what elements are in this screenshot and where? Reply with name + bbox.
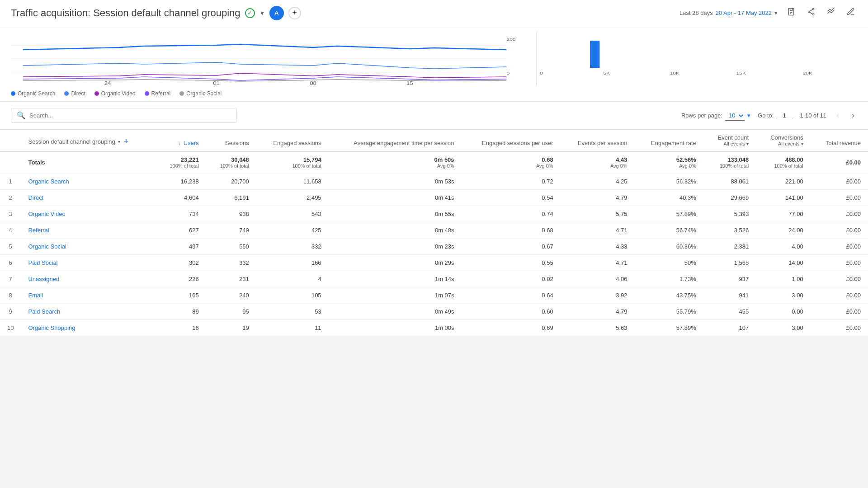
row-events-per-session: 4.79 <box>561 304 635 320</box>
row-engagement-rate: 50% <box>635 255 703 271</box>
row-events-per-session: 5.63 <box>561 320 635 336</box>
col-total-revenue[interactable]: Total revenue <box>811 130 868 151</box>
row-total-revenue: £0.00 <box>811 304 868 320</box>
legend-organic-video: Organic Video <box>94 90 136 97</box>
row-channel[interactable]: Direct <box>21 190 156 206</box>
row-idx: 10 <box>0 320 21 336</box>
top-bar-left: Traffic acquisition: Session default cha… <box>11 6 301 20</box>
row-avg-engagement-time: 0m 55s <box>329 206 462 222</box>
col-dimension[interactable]: Session default channel grouping ▾ + <box>21 130 156 151</box>
row-engagement-rate: 56.74% <box>635 222 703 239</box>
col-users[interactable]: ↓ Users <box>156 130 206 151</box>
goto-input[interactable] <box>776 112 793 119</box>
row-users: 226 <box>156 271 206 287</box>
totals-users: 23,221 100% of total <box>156 151 206 174</box>
save-report-button[interactable] <box>785 5 797 20</box>
row-channel[interactable]: Organic Social <box>21 239 156 255</box>
row-channel[interactable]: Organic Video <box>21 206 156 222</box>
row-conversions: 0.00 <box>756 304 811 320</box>
row-conversions: 141.00 <box>756 190 811 206</box>
row-channel[interactable]: Organic Search <box>21 174 156 190</box>
row-channel[interactable]: Paid Search <box>21 304 156 320</box>
col-conversions[interactable]: Conversions All events ▾ <box>756 130 811 151</box>
next-page-button[interactable]: › <box>849 110 857 121</box>
row-conversions: 221.00 <box>756 174 811 190</box>
legend-label-direct: Direct <box>71 90 85 97</box>
table-row: 5 Organic Social 497 550 332 0m 23s 0.67… <box>0 239 868 255</box>
main-content: 🔍 Rows per page: 10 25 50 ▾ Go to: 1-10 … <box>0 102 868 336</box>
row-events-per-session: 4.71 <box>561 222 635 239</box>
table-row: 7 Unassigned 226 231 4 1m 14s 0.02 4.06 … <box>0 271 868 287</box>
row-sessions: 19 <box>206 320 256 336</box>
row-avg-engagement-time: 0m 53s <box>329 174 462 190</box>
col-event-count-sub[interactable]: All events ▾ <box>711 141 749 146</box>
col-engaged-sessions-per-user[interactable]: Engaged sessions per user <box>462 130 561 151</box>
col-event-count[interactable]: Event count All events ▾ <box>703 130 756 151</box>
row-engagement-rate: 55.79% <box>635 304 703 320</box>
title-dropdown-button[interactable]: ▾ <box>259 8 265 18</box>
legend-organic-search: Organic Search <box>11 90 55 97</box>
row-channel[interactable]: Unassigned <box>21 271 156 287</box>
legend-referral: Referral <box>145 90 171 97</box>
svg-text:08: 08 <box>310 81 316 86</box>
edit-button[interactable] <box>844 5 857 20</box>
row-engaged-sessions: 2,495 <box>256 190 329 206</box>
share-button[interactable] <box>805 5 817 20</box>
row-avg-engagement-time: 0m 41s <box>329 190 462 206</box>
row-avg-engagement-time: 0m 23s <box>329 239 462 255</box>
row-avg-engagement-time: 0m 29s <box>329 255 462 271</box>
col-conversions-sub[interactable]: All events ▾ <box>763 141 803 146</box>
col-engagement-rate[interactable]: Engagement rate <box>635 130 703 151</box>
add-comparison-button[interactable]: + <box>288 7 301 19</box>
totals-engagement-rate: 52.56% Avg 0% <box>635 151 703 174</box>
add-column-button[interactable]: + <box>122 137 131 146</box>
totals-idx <box>0 151 21 174</box>
row-idx: 4 <box>0 222 21 239</box>
row-channel[interactable]: Referral <box>21 222 156 239</box>
dimension-dropdown-icon[interactable]: ▾ <box>118 139 120 144</box>
table-row: 3 Organic Video 734 938 543 0m 55s 0.74 … <box>0 206 868 222</box>
totals-row: Totals 23,221 100% of total 30,048 100% … <box>0 151 868 174</box>
avatar: A <box>269 6 284 20</box>
date-dropdown-icon[interactable]: ▾ <box>774 9 778 16</box>
row-events-per-session: 4.71 <box>561 255 635 271</box>
row-idx: 2 <box>0 190 21 206</box>
row-engagement-rate: 43.75% <box>635 287 703 304</box>
col-events-per-session[interactable]: Events per session <box>561 130 635 151</box>
compare-button[interactable] <box>825 5 837 20</box>
row-engaged-sessions: 425 <box>256 222 329 239</box>
legend-dot-organic-search <box>11 91 15 96</box>
search-input[interactable] <box>29 112 231 119</box>
row-channel[interactable]: Paid Social <box>21 255 156 271</box>
row-idx: 5 <box>0 239 21 255</box>
date-range-label: Last 28 days <box>679 9 713 16</box>
row-avg-engagement-time: 0m 48s <box>329 222 462 239</box>
row-sessions: 6,191 <box>206 190 256 206</box>
row-events-per-session: 4.25 <box>561 174 635 190</box>
page-title: Traffic acquisition: Session default cha… <box>11 7 241 19</box>
row-conversions: 1.00 <box>756 271 811 287</box>
col-sessions[interactable]: Sessions <box>206 130 256 151</box>
row-engaged-sessions-per-user: 0.72 <box>462 174 561 190</box>
row-events-per-session: 4.06 <box>561 271 635 287</box>
legend-organic-social: Organic Social <box>179 90 222 97</box>
row-events-per-session: 4.79 <box>561 190 635 206</box>
row-idx: 9 <box>0 304 21 320</box>
search-box[interactable]: 🔍 <box>11 108 237 123</box>
row-channel[interactable]: Email <box>21 287 156 304</box>
svg-text:01: 01 <box>213 81 220 86</box>
date-range-value[interactable]: 20 Apr - 17 May 2022 <box>716 9 772 16</box>
col-avg-engagement-time[interactable]: Average engagement time per session <box>329 130 462 151</box>
legend-direct: Direct <box>64 90 85 97</box>
row-engaged-sessions: 11,658 <box>256 174 329 190</box>
rows-per-page-select[interactable]: 10 25 50 <box>725 111 745 121</box>
totals-conversions: 488.00 100% of total <box>756 151 811 174</box>
chart-legend: Organic Search Direct Organic Video Refe… <box>11 86 857 101</box>
row-idx: 7 <box>0 271 21 287</box>
row-idx: 8 <box>0 287 21 304</box>
goto-label: Go to: <box>758 112 774 119</box>
prev-page-button[interactable]: ‹ <box>834 110 842 121</box>
row-total-revenue: £0.00 <box>811 206 868 222</box>
col-engaged-sessions[interactable]: Engaged sessions <box>256 130 329 151</box>
row-channel[interactable]: Organic Shopping <box>21 320 156 336</box>
